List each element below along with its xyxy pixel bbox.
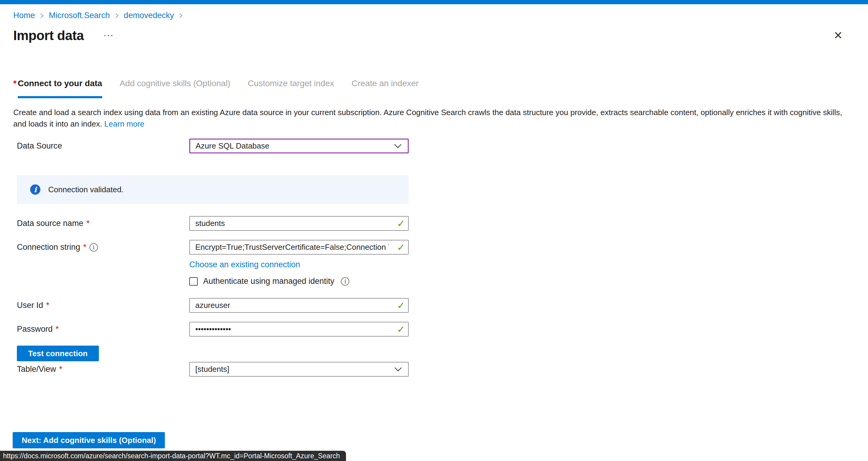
tab-create-an-indexer[interactable]: Create an indexer bbox=[352, 79, 419, 88]
required-asterisk: * bbox=[59, 365, 62, 374]
import-data-blade: Home Microsoft.Search demovedecky Import… bbox=[0, 11, 868, 377]
choose-connection-row: Choose an existing connection bbox=[189, 260, 855, 269]
table-view-select[interactable]: [students] bbox=[189, 362, 409, 377]
connection-string-row: Connection string * i ✓ bbox=[17, 240, 855, 255]
chevron-right-icon bbox=[179, 12, 183, 19]
test-connection-button[interactable]: Test connection bbox=[17, 346, 99, 361]
tab-customize-target-index[interactable]: Customize target index bbox=[248, 79, 334, 88]
more-options-button[interactable]: ... bbox=[104, 29, 114, 38]
required-asterisk: * bbox=[46, 301, 50, 310]
breadcrumb: Home Microsoft.Search demovedecky bbox=[13, 11, 855, 20]
connection-validated-banner: i Connection validated. bbox=[17, 175, 409, 204]
next-add-cognitive-skills-button[interactable]: Next: Add cognitive skills (Optional) bbox=[13, 432, 165, 448]
managed-identity-label: Authenticate using managed identity bbox=[203, 277, 334, 286]
required-asterisk: * bbox=[83, 243, 87, 252]
password-label: Password * bbox=[17, 325, 189, 334]
user-id-input[interactable] bbox=[189, 298, 409, 313]
status-url: https://docs.microsoft.com/azure/search/… bbox=[3, 452, 340, 460]
info-tooltip-icon[interactable]: i bbox=[90, 243, 98, 252]
password-input[interactable] bbox=[189, 322, 409, 337]
data-source-name-row: Data source name * ✓ bbox=[17, 216, 855, 231]
data-source-name-label: Data source name * bbox=[17, 219, 189, 228]
info-tooltip-icon[interactable]: i bbox=[341, 277, 349, 286]
blade-description: Create and load a search index using dat… bbox=[13, 107, 855, 129]
tab-add-cognitive-skills[interactable]: Add cognitive skills (Optional) bbox=[120, 79, 230, 88]
data-source-select[interactable]: Azure SQL Database bbox=[189, 139, 409, 153]
banner-message: Connection validated. bbox=[48, 185, 124, 194]
choose-existing-connection-link[interactable]: Choose an existing connection bbox=[189, 260, 300, 269]
managed-identity-row: Authenticate using managed identity i bbox=[189, 277, 855, 286]
breadcrumb-home[interactable]: Home bbox=[13, 11, 35, 20]
table-view-row: Table/View * [students] bbox=[17, 362, 855, 377]
data-source-label: Data Source bbox=[17, 141, 189, 151]
user-id-row: User Id * ✓ bbox=[17, 298, 855, 313]
data-source-selected-value: Azure SQL Database bbox=[195, 141, 270, 151]
close-icon[interactable]: ✕ bbox=[834, 30, 843, 41]
user-id-label: User Id * bbox=[17, 301, 189, 310]
chevron-down-icon bbox=[394, 141, 402, 151]
data-source-name-input[interactable] bbox=[189, 216, 409, 231]
wizard-tabs: *Connect to your data Add cognitive skil… bbox=[13, 79, 855, 98]
chevron-right-icon bbox=[115, 12, 119, 19]
portal-top-bar bbox=[0, 0, 868, 4]
data-source-row: Data Source Azure SQL Database bbox=[17, 139, 855, 153]
info-icon: i bbox=[30, 184, 40, 195]
tab-connect-to-your-data[interactable]: *Connect to your data bbox=[13, 79, 102, 98]
learn-more-link[interactable]: Learn more bbox=[104, 119, 144, 128]
breadcrumb-microsoft-search[interactable]: Microsoft.Search bbox=[49, 11, 110, 20]
required-asterisk: * bbox=[87, 219, 90, 228]
blade-header: Import data ... ✕ bbox=[13, 28, 855, 43]
managed-identity-checkbox[interactable] bbox=[189, 277, 198, 286]
password-row: Password * ✓ bbox=[17, 322, 855, 337]
breadcrumb-demovedecky[interactable]: demovedecky bbox=[124, 11, 174, 20]
table-view-selected-value: [students] bbox=[195, 365, 229, 374]
link-status-bar: https://docs.microsoft.com/azure/search/… bbox=[0, 451, 346, 461]
chevron-down-icon bbox=[394, 365, 402, 374]
connection-string-label: Connection string * i bbox=[17, 243, 189, 252]
page-title: Import data bbox=[13, 28, 84, 43]
connection-string-input[interactable] bbox=[189, 240, 409, 255]
required-asterisk: * bbox=[56, 325, 59, 334]
chevron-right-icon bbox=[40, 12, 44, 19]
table-view-label: Table/View * bbox=[17, 365, 189, 374]
required-asterisk: * bbox=[13, 79, 17, 88]
